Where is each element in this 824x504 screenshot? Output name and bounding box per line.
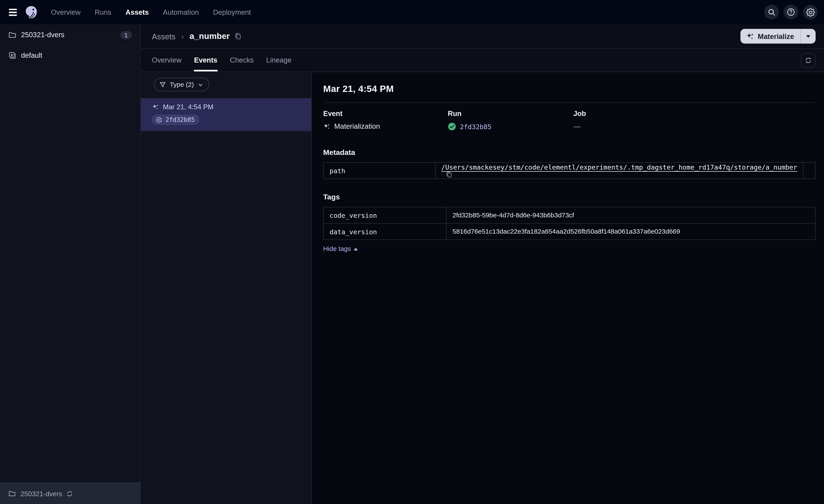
dagster-logo-icon[interactable] [24,5,38,19]
nav-item-assets[interactable]: Assets [125,8,149,16]
sidebar-item-default[interactable]: default [0,46,140,64]
metadata-key: path [323,162,435,179]
materialization-sparkle-icon [152,103,159,111]
refresh-button[interactable] [801,53,816,68]
asset-tabs: Overview Events Checks Lineage [152,49,291,72]
asset-tabs-row: Overview Events Checks Lineage [141,49,824,72]
folder-icon [8,490,16,497]
metadata-table: path /Users/smackesey/stm/code/elementl/… [323,162,816,179]
run-value: 2fd32b85 [448,122,573,131]
metadata-path-link[interactable]: /Users/smackesey/stm/code/elementl/exper… [441,163,797,171]
tags-table: code_version 2fd32b85-59be-4d7d-8d6e-943… [323,207,816,240]
type-filter-button[interactable]: Type (2) [154,78,209,91]
filter-funnel-icon [159,81,166,88]
gear-icon [806,8,815,16]
breadcrumb-separator: › [181,32,184,40]
sidebar-item-label: default [21,51,42,59]
main-content: Assets › a_number Materialize [141,24,824,504]
asset-sidebar: 250321-dvers 1 default 250321-dvers [0,24,141,504]
nav-item-automation[interactable]: Automation [163,8,199,16]
nav-item-runs[interactable]: Runs [95,8,111,16]
event-item-run-badge[interactable]: 2fd32b85 [152,114,199,125]
event-item-run-id: 2fd32b85 [166,116,195,123]
tab-checks[interactable]: Checks [230,49,253,72]
events-filter-row: Type (2) [141,73,311,97]
hide-tags-link[interactable]: Hide tags [323,245,358,253]
reload-definitions-icon[interactable] [66,490,73,497]
event-detail-title: Mar 21, 4:54 PM [323,84,816,95]
sidebar-group-label: 250321-dvers [21,31,64,39]
search-button[interactable] [764,5,779,19]
top-nav: Overview Runs Assets Automation Deployme… [0,0,824,24]
app-window: Overview Runs Assets Automation Deployme… [0,0,824,504]
settings-button[interactable] [803,5,818,19]
event-column: Event Materialization [323,110,448,131]
event-item-header: Mar 21, 4:54 PM [152,103,300,111]
chevron-up-icon [353,247,358,250]
table-row: path /Users/smackesey/stm/code/elementl/… [323,162,815,179]
tags-heading: Tags [323,193,816,201]
breadcrumb-assets-link[interactable]: Assets [152,32,175,41]
event-type-label: Materialization [334,122,380,130]
run-id-link[interactable]: 2fd32b85 [460,123,492,130]
detail-divider [323,102,816,103]
run-column-label: Run [448,110,573,117]
top-nav-actions [764,5,818,19]
metadata-action-cell[interactable] [803,162,815,179]
nav-item-overview[interactable]: Overview [51,8,81,16]
run-success-icon [448,122,456,131]
sidebar-footer: 250321-dvers [0,483,140,504]
folder-icon [8,31,16,39]
metadata-value-cell: /Users/smackesey/stm/code/elementl/exper… [435,162,803,179]
search-icon [767,8,775,16]
event-summary-columns: Event Materialization Run 2fd32b8 [323,110,816,131]
event-type-value: Materialization [323,122,448,130]
tab-events[interactable]: Events [194,49,217,72]
materialize-button-main[interactable]: Materialize [740,32,800,40]
hamburger-menu-icon[interactable] [5,4,21,20]
materialize-sparkle-icon [746,32,754,40]
metadata-heading: Metadata [323,148,816,156]
event-item-timestamp: Mar 21, 4:54 PM [163,103,213,111]
chevron-down-icon [197,82,203,87]
asset-header: Assets › a_number Materialize [141,24,824,49]
type-filter-label: Type (2) [170,81,194,88]
job-value: — [573,122,581,130]
run-column: Run 2fd32b85 [448,110,573,131]
main-nav: Overview Runs Assets Automation Deployme… [51,8,251,16]
chevron-down-icon [806,35,810,37]
tab-lineage[interactable]: Lineage [266,49,292,72]
hide-tags-label: Hide tags [323,245,351,253]
nav-item-deployment[interactable]: Deployment [213,8,251,16]
events-list-panel: Type (2) Mar 21, 4:54 PM [141,73,312,504]
copy-path-icon[interactable] [445,171,452,178]
materialize-button[interactable]: Materialize [740,29,816,44]
job-column-label: Job [573,110,816,117]
tab-overview[interactable]: Overview [152,49,182,72]
tag-value: 5816d76e51c13dac22e3fa182a654aa2d526fb50… [446,224,815,240]
job-column: Job — [573,110,816,131]
help-button[interactable] [784,5,798,19]
sidebar-group-count-badge: 1 [120,31,132,39]
tag-key: data_version [323,224,446,240]
help-icon [787,8,795,16]
refresh-icon [805,56,812,64]
tag-key: code_version [323,207,446,224]
sidebar-group-row[interactable]: 250321-dvers 1 [0,24,140,46]
table-row: code_version 2fd32b85-59be-4d7d-8d6e-943… [323,207,815,224]
copy-asset-name-icon[interactable] [234,32,242,40]
table-row: data_version 5816d76e51c13dac22e3fa182a6… [323,224,815,240]
tag-value: 2fd32b85-59be-4d7d-8d6e-943b6b3d73cf [446,207,815,224]
run-target-icon [156,116,163,123]
page-title: a_number [189,31,230,41]
sidebar-footer-label: 250321-dvers [21,490,62,497]
materialize-button-label: Materialize [758,32,794,40]
materialize-dropdown-button[interactable] [801,35,816,37]
asset-group-icon [8,51,16,59]
event-detail-panel: Mar 21, 4:54 PM Event Materialization Ru… [312,73,824,504]
event-column-label: Event [323,110,448,117]
event-list-item-selected[interactable]: Mar 21, 4:54 PM 2fd32b85 [141,98,311,131]
materialization-sparkle-icon [323,123,331,130]
